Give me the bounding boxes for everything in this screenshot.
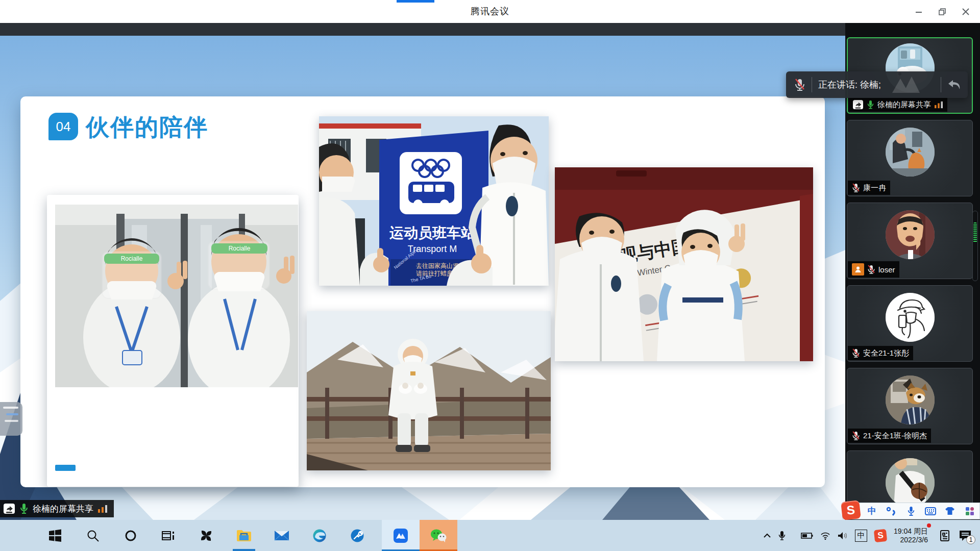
shared-screen-area: 04 伙伴的陪伴 [0,36,845,520]
mic-muted-icon [867,264,875,274]
cortana-button[interactable] [112,520,150,551]
volume-icon[interactable] [838,532,848,540]
participant-name: loser [878,265,895,274]
clock-date: 2022/3/6 [894,536,928,544]
mic-on-icon [19,503,29,514]
slide-title: 伙伴的陪伴 [86,112,208,143]
photo-museum-exhibit: 冬奥景观与中国文 Look of Olympic Winter Games a [555,167,813,361]
divider [941,77,941,92]
tray-mic-icon[interactable] [778,531,786,541]
start-button[interactable] [36,520,74,551]
windows-taskbar: e 中 S 19: [0,520,980,551]
photo-mountain-deck [307,311,551,470]
ime-punctuation-toggle[interactable] [881,503,901,519]
clock-time: 19:04 周日 [894,527,928,536]
reply-arrow-icon [947,79,961,90]
meeting-toolbar-strip [0,23,980,36]
photo-ppe-volunteers: Rocialle Rocialle [55,205,298,387]
restore-icon [939,8,946,15]
edge-browser-button[interactable] [301,520,338,551]
reply-button[interactable] [947,79,961,90]
transport-note-1: 去往国家高山滑 [416,262,459,269]
mic-muted-icon [852,348,860,358]
mic-muted-icon [852,431,860,441]
participant-name: 康一冉 [863,183,886,193]
avatar [886,375,935,424]
notification-dot [927,523,931,528]
meeting-watermark-icon [888,74,924,95]
scrollbar-thumb[interactable] [973,222,977,243]
photo-card-ppe: Rocialle Rocialle [47,195,299,487]
news-feed-icon[interactable] [939,530,951,542]
participant-tile-kangyiran[interactable]: 康一冉 [847,120,973,196]
system-tray: 中 S 19:04 周日 2022/3/6 1 [763,520,980,551]
sidebar-scrollbar[interactable] [972,211,978,281]
presentation-slide: 04 伙伴的陪伴 [20,96,825,487]
tray-sogou-icon[interactable]: S [874,529,887,542]
participant-name: 徐楠的屏幕共享 [877,100,931,110]
minimize-icon [915,8,922,15]
participant-name-bar: 21-安全1班-徐明杰 [848,429,931,443]
ime-keyboard-button[interactable] [921,503,940,519]
sogou-logo[interactable]: S [841,500,861,520]
participant-name-bar: 安全21-1张彤 [848,346,913,360]
slide-number-badge: 04 [48,113,78,140]
open-app-indicator [233,549,255,551]
ime-skin-button[interactable] [940,503,960,519]
participant-tile-zhangtong[interactable]: 安全21-1张彤 [847,285,973,362]
participant-tile-loser[interactable]: loser [847,203,973,279]
divider [812,77,812,92]
notification-count-badge: 1 [966,535,975,544]
avatar [886,210,935,259]
ime-toolbox-button[interactable] [960,503,979,519]
presenter-badge-icon [852,263,864,276]
avatar [886,293,935,342]
pinwheel-app-button[interactable] [187,520,225,551]
minimize-button[interactable] [909,4,929,19]
tray-ime-indicator[interactable]: 中 [855,530,867,542]
screen-share-icon [852,99,864,110]
restore-button[interactable] [932,4,952,19]
avatar [886,128,935,177]
participant-name-bar: 康一冉 [848,181,890,195]
wifi-icon[interactable] [820,532,830,540]
speaking-notification: 正在讲话: 徐楠; [786,71,968,98]
window-titlebar: 腾讯会议 [0,0,980,23]
file-explorer-button[interactable] [225,520,263,551]
screen-share-banner: 徐楠的屏幕共享 [0,500,114,517]
photo-transport-mall: 运动员班车站 Transport M 去往国家高山滑 请前往打蜡房附 The T… [319,116,549,286]
close-icon [962,8,969,15]
driver-tool-button[interactable] [338,520,376,551]
mic-on-icon [867,99,874,110]
search-button[interactable] [74,520,112,551]
titlebar-accent [397,0,434,3]
taskbar-clock[interactable]: 19:04 周日 2022/3/6 [894,527,928,544]
mail-button[interactable] [263,520,301,551]
background-edge-widget[interactable] [0,402,22,436]
participant-name: 安全21-1张彤 [863,348,909,358]
share-banner-label: 徐楠的屏幕共享 [33,503,93,515]
signal-icon [934,101,943,109]
screen-share-icon [3,503,15,514]
wechat-taskbar-button[interactable] [420,520,457,551]
tray-expand-icon[interactable] [763,533,771,539]
signal-icon [97,504,108,513]
battery-icon[interactable] [801,532,813,539]
slide-progress-dash [55,465,76,471]
task-view-button[interactable] [150,520,187,551]
participant-name-bar: 徐楠的屏幕共享 [848,97,947,112]
speaking-text: 正在讲话: 徐楠; [818,79,881,91]
avatar [886,458,935,507]
participant-tile-xumingjie[interactable]: 21-安全1班-徐明杰 [847,368,973,444]
tencent-meeting-taskbar-button[interactable] [382,520,420,551]
app-window: 腾讯会议 [0,0,980,551]
mic-muted-icon [794,78,805,91]
transport-sign-cn: 运动员班车站 [389,225,475,241]
sogou-ime-toolbar: S 中 [842,503,980,519]
close-button[interactable] [955,4,976,19]
action-center-button[interactable]: 1 [959,530,972,542]
ime-lang-toggle[interactable]: 中 [862,503,881,519]
ime-voice-button[interactable] [901,503,921,519]
window-title: 腾讯会议 [0,5,980,17]
participant-name: 21-安全1班-徐明杰 [863,431,927,441]
